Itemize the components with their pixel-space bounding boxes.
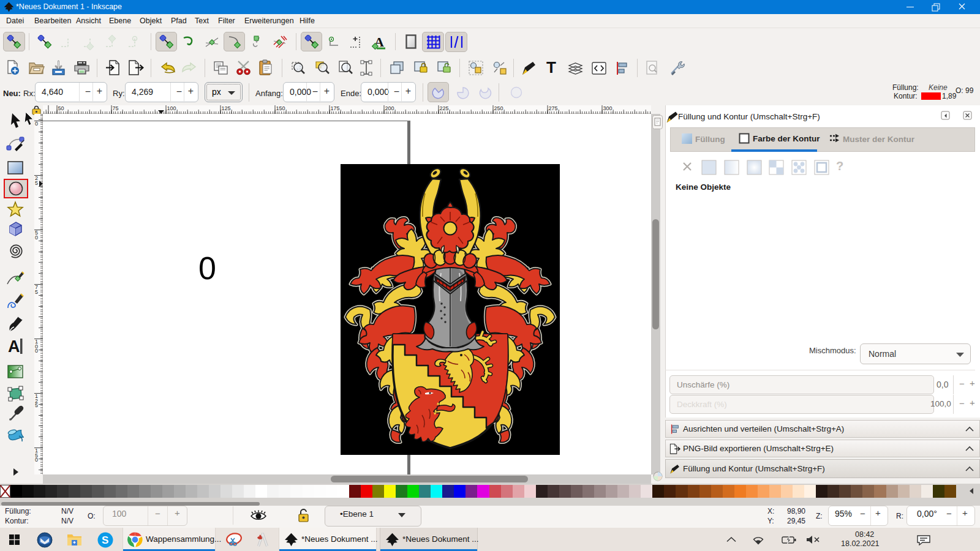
svg-text:A: A — [8, 337, 20, 355]
svg-text:T: T — [546, 59, 556, 76]
svg-text:S: S — [102, 534, 108, 546]
